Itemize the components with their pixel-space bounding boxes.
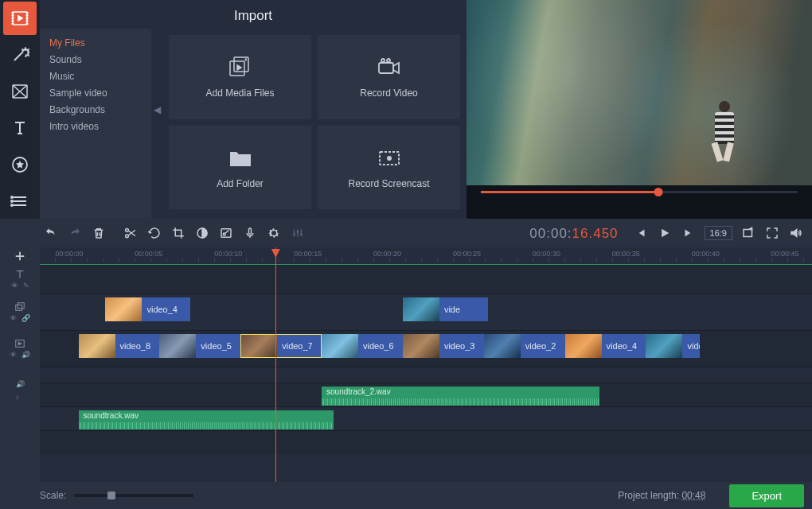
audio-track-header[interactable]: 🔊♪ — [0, 367, 40, 414]
video-clip[interactable]: video_4 — [105, 297, 190, 321]
transitions-tool[interactable] — [3, 75, 37, 108]
timeline: 👁✎ 👁🔗 👁🔊 🔊♪ 00:00:0000:00:0500:00:1000:0… — [0, 247, 812, 482]
project-length: Project length: 00:48 — [618, 490, 705, 501]
timecode-display: 00:00:16.450 — [518, 225, 629, 242]
equalizer-button[interactable] — [287, 222, 309, 244]
add-track-button[interactable] — [0, 247, 40, 265]
video-clip[interactable]: vide — [403, 297, 488, 321]
more-tool[interactable] — [3, 185, 37, 218]
video-clip[interactable]: video_3 — [403, 334, 484, 358]
clip-properties-button[interactable] — [215, 222, 237, 244]
record-audio-button[interactable] — [239, 222, 261, 244]
play-button[interactable] — [654, 222, 676, 244]
overlay-track-header[interactable]: 👁🔗 — [0, 293, 40, 330]
timeline-ruler[interactable]: 00:00:0000:00:0500:00:1000:00:1500:00:20… — [40, 247, 812, 265]
fullscreen-button[interactable] — [761, 222, 783, 244]
video-clip[interactable]: video_4 — [565, 334, 646, 358]
effects-tool[interactable] — [3, 38, 37, 72]
record-screencast-tile[interactable]: Record Screencast — [318, 126, 460, 210]
spacer-track — [40, 367, 812, 383]
nav-my-files[interactable]: My Files — [49, 35, 142, 52]
nav-music[interactable]: Music — [49, 68, 142, 85]
svg-rect-19 — [744, 230, 752, 237]
video-clip[interactable]: video_5 — [159, 334, 240, 358]
detach-preview-button[interactable] — [737, 222, 759, 244]
camera-icon — [376, 54, 403, 81]
svg-rect-20 — [16, 305, 22, 310]
svg-point-17 — [223, 233, 225, 235]
aspect-ratio-button[interactable]: 16:9 — [705, 226, 732, 240]
tile-label: Add Folder — [217, 178, 264, 190]
video-clip[interactable]: video_7 — [240, 334, 322, 358]
add-folder-tile[interactable]: Add Folder — [169, 126, 311, 210]
export-button[interactable]: Export — [729, 484, 804, 507]
tile-label: Add Media Files — [205, 87, 274, 99]
track-headers: 👁✎ 👁🔗 👁🔊 🔊♪ — [0, 247, 40, 482]
tool-sidebar — [0, 0, 40, 219]
svg-point-12 — [387, 156, 392, 161]
import-categories: My Files Sounds Music Sample video Backg… — [40, 29, 151, 219]
nav-intro-videos[interactable]: Intro videos — [49, 119, 142, 135]
preview-panel: ? — [467, 0, 812, 219]
svg-rect-8 — [379, 63, 393, 73]
stickers-tool[interactable] — [3, 148, 37, 181]
svg-point-9 — [381, 59, 385, 62]
title-track-header[interactable]: 👁✎ — [0, 265, 40, 293]
project-length-value[interactable]: 00:48 — [681, 490, 705, 501]
import-panel: Import My Files Sounds Music Sample vide… — [40, 0, 467, 219]
tile-label: Record Screencast — [348, 178, 429, 190]
nav-sounds[interactable]: Sounds — [49, 52, 142, 68]
scale-label: Scale: — [40, 490, 66, 501]
editing-toolbar: 00:00:16.450 16:9 — [0, 219, 812, 247]
prev-frame-button[interactable] — [630, 222, 652, 244]
color-adjust-button[interactable] — [191, 222, 213, 244]
video-track-header[interactable]: 👁🔊 — [0, 330, 40, 367]
add-media-files-tile[interactable]: Add Media Files — [169, 35, 311, 119]
volume-button[interactable] — [785, 222, 807, 244]
folder-icon — [227, 145, 254, 172]
audio-clip[interactable]: soundtrack.wav — [79, 410, 334, 429]
audio-track-1[interactable]: soundtrack_2.wav — [40, 383, 812, 406]
video-clip[interactable]: video_2 — [484, 334, 565, 358]
delete-button[interactable] — [88, 222, 110, 244]
undo-button[interactable] — [40, 222, 62, 244]
svg-point-4 — [11, 200, 13, 202]
svg-rect-18 — [249, 228, 252, 235]
redo-button[interactable] — [64, 222, 86, 244]
video-clip[interactable]: video_8 — [79, 334, 160, 358]
preview-scrubber[interactable] — [481, 188, 798, 196]
svg-point-5 — [11, 204, 13, 206]
spacer-track-2 — [40, 430, 812, 454]
svg-point-3 — [11, 196, 13, 198]
media-files-icon — [227, 54, 254, 81]
zoom-slider[interactable] — [74, 494, 193, 497]
collapse-categories-handle[interactable]: ◀ — [151, 90, 162, 130]
settings-button[interactable] — [263, 222, 285, 244]
record-video-tile[interactable]: Record Video — [318, 35, 460, 119]
nav-backgrounds[interactable]: Backgrounds — [49, 102, 142, 119]
preview-frame[interactable] — [467, 0, 812, 185]
title-track[interactable] — [40, 265, 812, 293]
svg-point-10 — [387, 59, 390, 62]
footer-bar: Scale: Project length: 00:48 Export — [0, 482, 812, 509]
import-tool[interactable] — [3, 2, 37, 35]
split-button[interactable] — [119, 222, 142, 244]
svg-rect-21 — [18, 303, 24, 309]
video-clip[interactable]: video_1 — [646, 334, 700, 358]
video-track[interactable]: video_8video_5video_7video_6video_3video… — [40, 330, 812, 367]
tile-label: Record Video — [360, 87, 418, 99]
audio-clip[interactable]: soundtrack_2.wav — [322, 387, 599, 406]
crop-button[interactable] — [167, 222, 189, 244]
import-title: Import — [40, 0, 467, 29]
rotate-button[interactable] — [143, 222, 166, 244]
overlay-track[interactable]: video_4vide — [40, 293, 812, 330]
titles-tool[interactable] — [3, 111, 37, 145]
playhead[interactable] — [275, 247, 276, 482]
nav-sample-video[interactable]: Sample video — [49, 85, 142, 102]
video-clip[interactable]: video_6 — [322, 334, 403, 358]
audio-track-2[interactable]: soundtrack.wav — [40, 406, 812, 430]
next-frame-button[interactable] — [677, 222, 700, 244]
screencast-icon — [376, 145, 403, 172]
